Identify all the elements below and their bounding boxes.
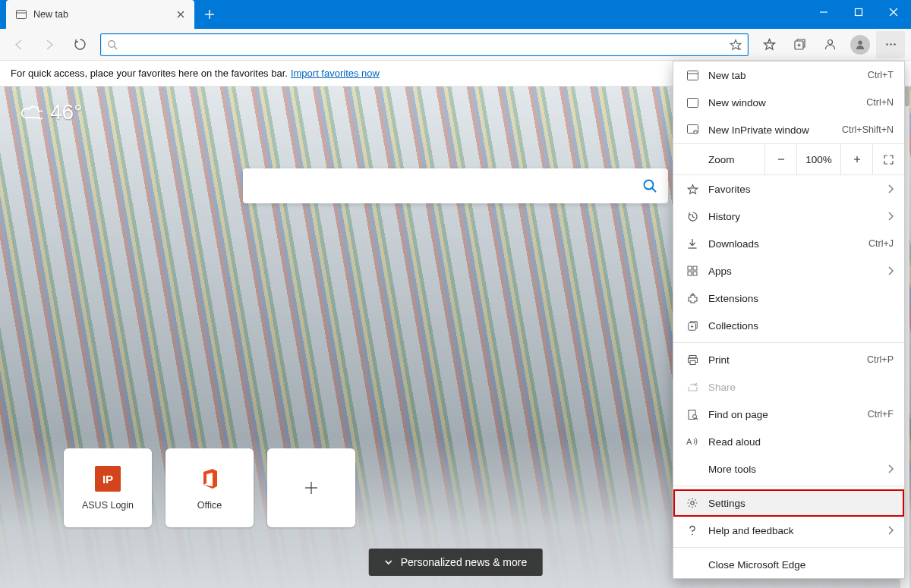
back-button[interactable]: [5, 31, 33, 58]
chevron-right-icon: [887, 464, 894, 473]
svg-rect-7: [856, 9, 862, 16]
import-favorites-link[interactable]: Import favorites now: [291, 68, 380, 79]
minimize-button[interactable]: [806, 0, 841, 24]
menu-shortcut: Ctrl+T: [868, 70, 894, 80]
tile-label: Office: [197, 500, 222, 511]
svg-point-19: [827, 40, 832, 45]
avatar-icon: [850, 35, 870, 55]
print-icon: [684, 354, 701, 366]
menu-apps[interactable]: Apps: [673, 257, 904, 285]
svg-line-25: [652, 188, 656, 192]
menu-settings[interactable]: Settings: [673, 489, 904, 517]
menu-extensions[interactable]: Extensions: [673, 285, 904, 312]
browser-tab[interactable]: New tab: [6, 0, 194, 29]
window-controls: [806, 0, 911, 24]
menu-separator: [673, 342, 904, 343]
cloud-icon: [20, 104, 43, 121]
menu-label: New window: [708, 97, 866, 108]
more-menu-button[interactable]: [876, 31, 905, 58]
history-icon: [684, 211, 701, 222]
menu-label: Help and feedback: [708, 525, 887, 536]
extensions-icon: [684, 293, 701, 304]
settings-more-menu: New tab Ctrl+T New window Ctrl+N New InP…: [673, 61, 905, 579]
menu-label: Close Microsoft Edge: [708, 559, 894, 571]
svg-point-21: [886, 43, 887, 45]
refresh-button[interactable]: [65, 31, 94, 58]
maximize-button[interactable]: [841, 0, 876, 24]
menu-collections[interactable]: Collections: [673, 312, 904, 339]
zoom-out-button[interactable]: [764, 144, 796, 175]
address-input[interactable]: [124, 39, 730, 50]
news-toggle-bar[interactable]: Personalized news & more: [369, 549, 543, 576]
close-window-button[interactable]: [876, 0, 911, 24]
chevron-down-icon: [384, 558, 393, 567]
ntp-search-box[interactable]: [243, 168, 668, 203]
ntp-search-input[interactable]: [254, 180, 642, 193]
address-bar[interactable]: [100, 33, 749, 56]
svg-point-44: [692, 293, 693, 294]
plus-icon: [298, 474, 325, 502]
svg-rect-30: [687, 98, 698, 107]
svg-rect-41: [693, 266, 697, 270]
tile-add-site[interactable]: [267, 448, 355, 527]
menu-label: New tab: [708, 70, 868, 81]
menu-new-inprivate[interactable]: New InPrivate window Ctrl+Shift+N: [673, 116, 904, 143]
menu-history[interactable]: History: [673, 203, 904, 230]
new-tab-icon: [684, 71, 701, 80]
weather-widget[interactable]: 46°: [20, 100, 82, 124]
apps-icon: [684, 266, 701, 276]
tile-office[interactable]: Office: [165, 448, 254, 527]
forward-button[interactable]: [35, 31, 64, 58]
svg-point-23: [894, 43, 895, 45]
svg-point-32: [693, 130, 697, 134]
favorites-button[interactable]: [755, 31, 783, 58]
tile-asus-login[interactable]: IP ASUS Login: [64, 448, 152, 527]
menu-print[interactable]: Print Ctrl+P: [673, 346, 904, 373]
tile-icon: IP: [94, 465, 121, 492]
menu-separator: [673, 547, 904, 548]
add-favorite-icon[interactable]: [730, 39, 742, 51]
weather-temp: 46°: [50, 100, 82, 124]
avatar-button[interactable]: [846, 31, 875, 58]
title-bar: New tab: [0, 0, 911, 29]
menu-help[interactable]: Help and feedback: [673, 517, 904, 544]
menu-new-window[interactable]: New window Ctrl+N: [673, 89, 904, 116]
menu-shortcut: Ctrl+P: [867, 354, 894, 365]
menu-label: Settings: [708, 498, 894, 509]
menu-shortcut: Ctrl+Shift+N: [842, 124, 894, 135]
menu-more-tools[interactable]: More tools: [673, 455, 904, 483]
svg-point-55: [691, 502, 694, 505]
search-icon[interactable]: [642, 178, 657, 193]
menu-label: Extensions: [708, 293, 894, 304]
favorites-hint: For quick access, place your favorites h…: [11, 68, 288, 79]
svg-line-53: [696, 418, 698, 420]
menu-downloads[interactable]: Downloads Ctrl+J: [673, 230, 904, 257]
svg-point-22: [890, 43, 891, 45]
profile-icon-button[interactable]: [815, 31, 844, 58]
menu-label: Favorites: [708, 184, 887, 195]
menu-new-tab[interactable]: New tab Ctrl+T: [673, 61, 904, 89]
menu-label: Apps: [708, 266, 887, 277]
svg-point-52: [692, 414, 696, 418]
menu-close-edge[interactable]: Close Microsoft Edge: [673, 551, 904, 578]
tile-label: ASUS Login: [82, 500, 134, 511]
toolbar: [0, 29, 911, 61]
menu-read-aloud[interactable]: A Read aloud: [673, 428, 904, 455]
collections-button[interactable]: [785, 31, 814, 58]
menu-shortcut: Ctrl+J: [868, 238, 894, 249]
chevron-right-icon: [887, 212, 894, 221]
new-tab-button[interactable]: [197, 2, 222, 27]
menu-favorites[interactable]: Favorites: [673, 175, 904, 203]
fullscreen-button[interactable]: [872, 144, 904, 175]
search-icon: [107, 39, 118, 50]
menu-label: Share: [708, 382, 894, 393]
quick-links-tiles: IP ASUS Login Office: [64, 448, 355, 527]
menu-find-on-page[interactable]: Find on page Ctrl+F: [673, 401, 904, 428]
svg-point-56: [692, 533, 693, 535]
tab-close-button[interactable]: [175, 8, 187, 20]
find-icon: [684, 409, 701, 420]
svg-rect-42: [688, 272, 692, 275]
menu-label: Find on page: [708, 409, 868, 420]
zoom-in-button[interactable]: [840, 144, 872, 175]
gear-icon: [684, 497, 701, 509]
